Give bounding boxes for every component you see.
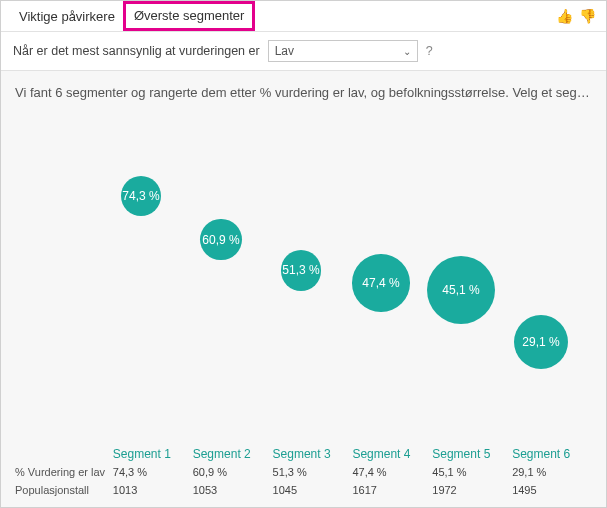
cell-pop-2: 1053 — [193, 484, 273, 496]
bubble-label: 51,3 % — [282, 263, 319, 277]
question-prefix: Når er det mest sannsynlig at vurderinge… — [13, 44, 260, 58]
table-header-row: Segment 1 Segment 2 Segment 3 Segment 4 … — [15, 445, 592, 463]
bubble-label: 60,9 % — [202, 233, 239, 247]
segment-bubble[interactable]: 60,9 % — [200, 219, 241, 260]
bubble-label: 74,3 % — [122, 189, 159, 203]
row-label-pct: % Vurdering er lav — [15, 466, 113, 478]
segment-bubble[interactable]: 29,1 % — [514, 315, 568, 369]
segments-chart-area: Vi fant 6 segmenter og rangerte dem ette… — [1, 71, 606, 507]
tab-key-influencers[interactable]: Viktige påvirkere — [11, 5, 123, 28]
segment-bubble[interactable]: 51,3 % — [281, 250, 322, 291]
tab-top-segments[interactable]: Øverste segmenter — [123, 1, 256, 31]
cell-pct-3: 51,3 % — [273, 466, 353, 478]
cell-pop-4: 1617 — [352, 484, 432, 496]
table-row-pct: % Vurdering er lav 74,3 % 60,9 % 51,3 % … — [15, 463, 592, 481]
segment-bubble[interactable]: 74,3 % — [121, 176, 161, 216]
cell-pct-4: 47,4 % — [352, 466, 432, 478]
header-seg5: Segment 5 — [432, 447, 512, 461]
cell-pct-1: 74,3 % — [113, 466, 193, 478]
cell-pct-5: 45,1 % — [432, 466, 512, 478]
segment-bubble[interactable]: 45,1 % — [427, 256, 495, 324]
key-influencers-visual: Viktige påvirkere Øverste segmenter 👍 👎 … — [0, 0, 607, 508]
bubble-label: 47,4 % — [362, 276, 399, 290]
outcome-dropdown-value: Lav — [275, 44, 294, 58]
bubble-label: 29,1 % — [522, 335, 559, 349]
row-label-pop: Populasjonstall — [15, 484, 113, 496]
cell-pop-6: 1495 — [512, 484, 592, 496]
cell-pct-2: 60,9 % — [193, 466, 273, 478]
cell-pop-5: 1972 — [432, 484, 512, 496]
thumbs-down-icon[interactable]: 👎 — [579, 8, 596, 24]
header-seg6: Segment 6 — [512, 447, 592, 461]
bubble-label: 45,1 % — [442, 283, 479, 297]
segments-footer-table: Segment 1 Segment 2 Segment 3 Segment 4 … — [15, 445, 592, 499]
header-seg1: Segment 1 — [113, 447, 193, 461]
cell-pct-6: 29,1 % — [512, 466, 592, 478]
chart-title: Vi fant 6 segmenter og rangerte dem ette… — [15, 85, 592, 100]
table-row-pop: Populasjonstall 1013 1053 1045 1617 1972… — [15, 481, 592, 499]
question-row: Når er det mest sannsynlig at vurderinge… — [1, 32, 606, 70]
segment-bubble[interactable]: 47,4 % — [352, 254, 410, 312]
header-seg4: Segment 4 — [352, 447, 432, 461]
chevron-down-icon: ⌄ — [403, 46, 411, 57]
bubble-chart: 74,3 %60,9 %51,3 %47,4 %45,1 %29,1 % — [15, 104, 592, 445]
cell-pop-1: 1013 — [113, 484, 193, 496]
thumbs-up-icon[interactable]: 👍 — [556, 8, 573, 24]
help-icon[interactable]: ? — [426, 44, 433, 58]
cell-pop-3: 1045 — [273, 484, 353, 496]
header-seg3: Segment 3 — [273, 447, 353, 461]
header-seg2: Segment 2 — [193, 447, 273, 461]
feedback-buttons: 👍 👎 — [556, 8, 596, 24]
outcome-dropdown[interactable]: Lav ⌄ — [268, 40, 418, 62]
tab-bar: Viktige påvirkere Øverste segmenter 👍 👎 — [1, 1, 606, 31]
